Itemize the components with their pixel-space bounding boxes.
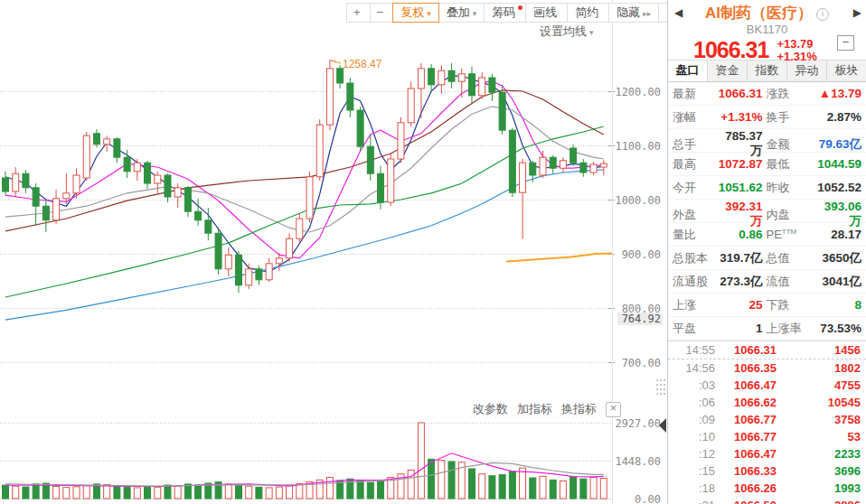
stat-label: 上涨 [673, 297, 718, 313]
panel-tab[interactable]: 指数 [748, 61, 787, 81]
stat-value: 319.7亿 [718, 250, 763, 266]
tick-time: :18 [673, 481, 715, 495]
stat-value: 0.86 [718, 228, 763, 241]
tick-time: :06 [673, 396, 715, 409]
toolbar-button-label: 简约 [575, 5, 598, 19]
panel-tab[interactable]: 盘口 [668, 61, 708, 81]
svg-text:764.92: 764.92 [622, 313, 661, 325]
chevron-down-icon: ▾ [473, 9, 477, 18]
stat-label: 昨收 [763, 180, 817, 196]
toolbar-button[interactable]: − [370, 3, 394, 23]
stat-value: 3650亿 [817, 250, 862, 266]
time-sales-list[interactable]: 14:55 1066.31 1456 14:56 1066.35 1802 :0… [668, 341, 866, 504]
svg-text:1100.00: 1100.00 [615, 140, 661, 153]
tick-time: :15 [673, 464, 715, 478]
panel-tab[interactable]: 异动 [787, 61, 827, 81]
tick-time: 14:55 [673, 343, 715, 357]
tick-row: :12 1066.47 2233 [668, 445, 866, 462]
tick-volume: 4755 [795, 378, 861, 392]
ma-settings-label: 设置均线 [540, 24, 587, 38]
info-icon[interactable]: i [816, 8, 829, 21]
tick-time: :21 [673, 499, 715, 504]
tick-row: :06 1066.62 10545 [668, 394, 866, 411]
stat-value: 1044.59 [817, 157, 862, 171]
add-indicator-link[interactable]: 加指标 [517, 401, 552, 417]
tick-row: :18 1066.26 1993 [668, 480, 866, 497]
chevron-down-icon: ▸▸ [643, 9, 651, 18]
toolbar-button[interactable]: 叠加▾ [438, 3, 485, 23]
tick-volume: 53 [795, 430, 861, 443]
last-price: 1066.31 [693, 37, 768, 63]
tick-volume: 1456 [795, 343, 861, 357]
tick-row: :21 1066.50 2886 [668, 497, 866, 504]
stat-label: 总手 [673, 136, 718, 153]
stat-row: 外盘 392.31万 内盘 393.06万 [668, 200, 866, 223]
toolbar-button-label: 隐藏 [617, 5, 640, 19]
special-price-label: 764.92 [617, 313, 663, 325]
stat-label: PETTM [763, 228, 817, 241]
stat-label: 换手 [763, 109, 817, 126]
stat-row: 涨幅 +1.31% 换手 2.87% [668, 106, 866, 129]
toolbar-button[interactable]: 画线 [525, 3, 568, 23]
tick-volume: 1993 [795, 481, 861, 495]
ma-settings-button[interactable]: 设置均线▾ [540, 23, 594, 40]
close-indicator-icon[interactable]: × [606, 402, 621, 417]
toolbar-button[interactable]: 隐藏▸▸ [608, 3, 659, 23]
toolbar-button-label: 筹码 [492, 5, 515, 19]
toolbar-button[interactable]: + [346, 3, 371, 23]
stat-row: 最新 1066.31 涨跌 ▲13.79 [668, 82, 866, 106]
tick-volume: 10545 [795, 396, 861, 409]
toolbar-button[interactable]: 复权▾ [392, 3, 439, 23]
stat-row: 总股本 319.7亿 总值 3650亿 [668, 247, 866, 270]
next-arrow-icon[interactable]: ▶ [853, 6, 861, 19]
quote-stats: 最新 1066.31 涨跌 ▲13.79 涨幅 +1.31% 换手 2.87% … [668, 82, 866, 341]
minimize-button[interactable]: − [837, 35, 854, 51]
stat-value: 1052.52 [817, 181, 862, 194]
change-percent: +1.31% [777, 51, 816, 63]
chevron-down-icon: ▾ [589, 28, 594, 37]
tick-row: :15 1066.33 3696 [668, 462, 866, 480]
quote-header: ◀ ▶ AI制药（医疗）i BK1170 1066.31 +13.79 +1.3… [668, 0, 866, 60]
tick-price: 1066.77 [715, 430, 795, 443]
scrollbar-handle[interactable] [656, 379, 665, 395]
stat-value: +1.31% [718, 110, 763, 124]
change-params-link[interactable]: 改参数 [473, 401, 508, 417]
tick-price: 1066.62 [715, 396, 795, 409]
sector-code: BK1170 [668, 23, 866, 36]
stat-label: 上涨率 [763, 321, 817, 337]
stat-row: 上涨 25 下跌 8 [668, 294, 866, 317]
panel-tab[interactable]: 板块 [827, 61, 866, 81]
stat-label: 流值 [763, 274, 817, 290]
prev-arrow-icon[interactable]: ◀ [674, 6, 682, 19]
change-value: +13.79 [777, 38, 816, 51]
tick-price: 1066.31 [715, 343, 795, 357]
switch-indicator-link[interactable]: 换指标 [561, 401, 597, 417]
stock-trading-app: 1200.001100.001000.00900.00800.00700.007… [0, 0, 866, 504]
kline-chart[interactable]: 1200.001100.001000.00900.00800.00700.007… [0, 0, 667, 504]
stat-value: 1072.87 [718, 157, 763, 171]
stat-label: 最新 [673, 86, 718, 102]
toolbar-button-label: + [353, 5, 361, 19]
panel-tab[interactable]: 资金 [708, 61, 748, 81]
stat-value: 1066.31 [718, 87, 763, 100]
toolbar-button-label: 叠加 [447, 5, 470, 19]
stat-value: 73.53% [817, 322, 862, 335]
tick-price: 1066.26 [715, 481, 795, 495]
tick-volume: 3696 [795, 464, 861, 478]
svg-text:1448.00: 1448.00 [615, 455, 661, 468]
svg-text:2927.00: 2927.00 [615, 417, 661, 430]
stat-row: 总手 785.37万 金额 79.63亿 [668, 129, 866, 153]
tick-row: :10 1066.77 53 [668, 428, 866, 445]
stat-label: 金额 [763, 136, 817, 153]
stat-label: 最低 [763, 156, 817, 173]
tick-volume: 3758 [795, 413, 861, 426]
stat-value: 3041亿 [817, 274, 862, 290]
toolbar-button[interactable]: 筹码 [484, 3, 526, 23]
tick-time: 14:56 [673, 361, 715, 375]
stat-label: 涨幅 [673, 109, 718, 126]
tick-price: 1066.47 [715, 447, 795, 461]
stat-label: 下跌 [763, 297, 817, 313]
tick-time: :12 [673, 447, 715, 461]
svg-text:900.00: 900.00 [622, 248, 661, 261]
toolbar-button[interactable]: 简约 [567, 3, 609, 23]
